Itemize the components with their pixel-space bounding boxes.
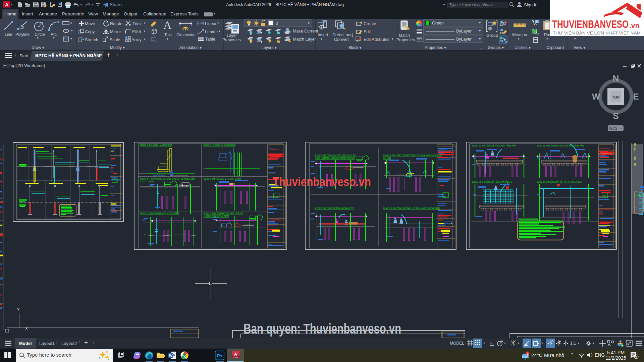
svg-text:BƯỚC 3: THI CÔNG ĐÀO ĐẤT ĐỢT 1: BƯỚC 3: THI CÔNG ĐÀO ĐẤT ĐỢT 1 TỪ CỐT TỰ… xyxy=(140,177,195,180)
svg-text:A: A xyxy=(234,352,237,357)
svg-text:BƯỚC 7: THI CÔNG ĐÀO ĐẤT ĐỢT 3: BƯỚC 7: THI CÔNG ĐÀO ĐẤT ĐỢT 3 CỤC BỘ xyxy=(315,154,356,157)
svg-text:W: W xyxy=(592,92,600,102)
svg-text:TỪNG HỐ MÓNG ĐẾN CAO TRÌNH THI: TỪNG HỐ MÓNG ĐẾN CAO TRÌNH THIẾT KẾ xyxy=(315,156,355,159)
svg-text:BƯỚC 2: THI CÔNG ÉP CỜC LARSEN: BƯỚC 2: THI CÔNG ÉP CỜC LARSEN xyxy=(204,143,235,146)
svg-text:BƯỚC 13: THI CÔNG BÊ TÔNG SÀN: BƯỚC 13: THI CÔNG BÊ TÔNG SÀN TẦNG 1 xyxy=(472,180,512,183)
svg-text:N: N xyxy=(613,73,619,83)
svg-text:BƯỚC 12: THI CÔNG BÊ TÔNG CỘT: BƯỚC 12: THI CÔNG BÊ TÔNG CỘT VÁCH TẦNG … xyxy=(537,144,584,147)
svg-text:Ban quyen: Thuvienbanveso.vn: Ban quyen: Thuvienbanveso.vn xyxy=(244,321,401,337)
svg-text:Q: Q xyxy=(183,354,185,357)
svg-text:BƯỚC 9: THI CÔNG BÊ TÔNG MÓNG: BƯỚC 9: THI CÔNG BÊ TÔNG MÓNG ĐỢT 1 xyxy=(315,207,354,209)
svg-text:WCS: WCS xyxy=(609,126,618,130)
svg-text:-1.000M ĐẾN CỐT -3.250M: -1.000M ĐẾN CỐT -3.250M xyxy=(204,214,229,217)
svg-text:TOP: TOP xyxy=(612,95,620,99)
svg-text:.vn: .vn xyxy=(629,21,639,29)
svg-text:1: 1 xyxy=(635,355,637,359)
svg-text:CAD: CAD xyxy=(233,357,238,359)
svg-text:2: 2 xyxy=(527,352,529,355)
svg-text:E: E xyxy=(633,92,639,102)
svg-text:CỐT -1.000M: CỐT -1.000M xyxy=(140,180,154,183)
svg-text:THUVIENBANVESO: THUVIENBANVESO xyxy=(552,18,629,30)
svg-text:S: S xyxy=(613,111,619,121)
svg-text:BƯỚC 10: THI CÔNG BÊ TÔNG LÓT: BƯỚC 10: THI CÔNG BÊ TÔNG LÓT NỀN + LỚP … xyxy=(383,206,440,209)
svg-text:NHỒI: NHỒI xyxy=(383,156,391,159)
svg-text:BƯỚC 14: THI CÔNG ĐẮP ĐẤT VÀ R: BƯỚC 14: THI CÔNG ĐẮP ĐẤT VÀ RÚT CỪ LARS… xyxy=(537,180,582,183)
svg-text:BƯỚC 1: THI CÔNG HẠ KINGPOST: BƯỚC 1: THI CÔNG HẠ KINGPOST xyxy=(140,143,172,146)
svg-text:A: A xyxy=(5,2,8,7)
svg-text:BƯỚC 11: THI CÔNG BÊ TÔNG NỀN: BƯỚC 11: THI CÔNG BÊ TÔNG NỀN TẦNG HẦM xyxy=(472,144,516,147)
svg-text:Ps: Ps xyxy=(217,353,222,358)
svg-text:[−][Top][2D Wireframe]: [−][Top][2D Wireframe] xyxy=(3,63,45,68)
svg-text:BƯỚC 8: THI CÔNG LỚP BÊ TÔNG L: BƯỚC 8: THI CÔNG LỚP BÊ TÔNG LÓT + PHÁ Đ… xyxy=(383,154,442,157)
svg-text:W: W xyxy=(169,354,173,358)
svg-text:✕: ✕ xyxy=(25,326,28,331)
svg-text:BƯỚC 5: THI CÔNG HẠ MỰC NƯỚC N: BƯỚC 5: THI CÔNG HẠ MỰC NƯỚC NGẦM xyxy=(140,212,179,215)
svg-text:Thuvienbanveso.vn: Thuvienbanveso.vn xyxy=(273,175,371,189)
svg-text:BƯỚC 4: LẮP HỆ VĂNG 1 TẠI CỐT: BƯỚC 4: LẮP HỆ VĂNG 1 TẠI CỐT -0.450M xyxy=(204,177,241,180)
svg-text:BƯỚC 6: THI CÔNG ĐÀO ĐẤT ĐỢT 2: BƯỚC 6: THI CÔNG ĐÀO ĐẤT ĐỢT 2 TỪ CỐT xyxy=(204,212,243,215)
svg-text:Y: Y xyxy=(17,307,20,312)
svg-text:THƯ VIỆN BẢN VẼ LỚN NHẤT VIỆT: THƯ VIỆN BẢN VẼ LỚN NHẤT VIỆT NAM xyxy=(553,31,641,36)
